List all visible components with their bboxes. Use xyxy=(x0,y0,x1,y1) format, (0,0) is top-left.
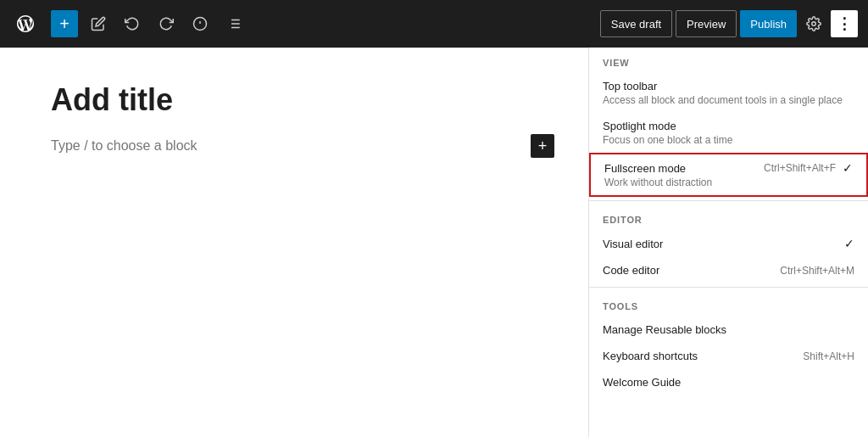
settings-button[interactable] xyxy=(800,10,827,37)
edit-icon-button[interactable] xyxy=(85,10,112,37)
redo-button[interactable] xyxy=(153,10,180,37)
manage-reusable-item[interactable]: Manage Reusable blocks xyxy=(589,317,868,343)
divider-1 xyxy=(589,200,868,201)
preview-button[interactable]: Preview xyxy=(676,10,737,37)
more-options-button[interactable]: ⋮ xyxy=(831,10,858,37)
topbar-right: Save draft Preview Publish ⋮ xyxy=(600,10,858,37)
code-editor-item[interactable]: Code editor Ctrl+Shift+Alt+M xyxy=(589,257,868,283)
publish-button[interactable]: Publish xyxy=(740,10,797,37)
spotlight-mode-item[interactable]: Spotlight mode Focus on one block at a t… xyxy=(589,113,868,153)
editor-area: Add title Type / to choose a block + VIE… xyxy=(0,48,868,437)
keyboard-shortcuts-item[interactable]: Keyboard shortcuts Shift+Alt+H xyxy=(589,343,868,369)
post-title[interactable]: Add title xyxy=(51,82,537,118)
save-draft-button[interactable]: Save draft xyxy=(600,10,672,37)
info-button[interactable] xyxy=(186,10,214,37)
dropdown-panel: VIEW Top toolbar Access all block and do… xyxy=(588,48,868,437)
editor-section-label: EDITOR xyxy=(589,204,868,230)
view-section-label: VIEW xyxy=(589,48,868,73)
undo-button[interactable] xyxy=(119,10,146,37)
list-view-button[interactable] xyxy=(220,10,248,37)
add-block-button[interactable]: + xyxy=(51,10,78,37)
visual-editor-item[interactable]: Visual editor ✓ xyxy=(589,230,868,257)
divider-2 xyxy=(589,287,868,288)
inline-add-block-button[interactable]: + xyxy=(531,134,554,158)
topbar: + xyxy=(0,0,868,48)
tools-section-label: TOOLS xyxy=(589,291,868,317)
wp-logo[interactable] xyxy=(10,8,41,39)
fullscreen-mode-item[interactable]: Fullscreen mode Ctrl+Shift+Alt+F ✓ Work … xyxy=(589,153,868,197)
welcome-guide-item[interactable]: Welcome Guide xyxy=(589,369,868,395)
block-placeholder[interactable]: Type / to choose a block xyxy=(51,138,198,154)
top-toolbar-item[interactable]: Top toolbar Access all block and documen… xyxy=(589,73,868,113)
editor-main: Add title Type / to choose a block + xyxy=(0,48,588,437)
svg-point-9 xyxy=(812,22,816,26)
